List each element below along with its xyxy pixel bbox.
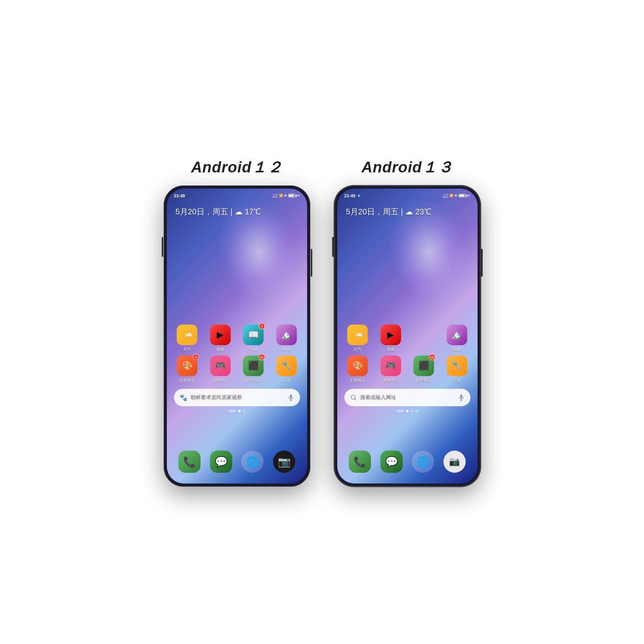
battery-icon-13 xyxy=(459,194,466,197)
android13-app-row-2: 🎨 主题商店 🎮 游戏中心 ⬛ xyxy=(341,355,474,383)
page-container: Android１２ 23:49 0.14KB/S 📶 ✖ 86 xyxy=(148,141,497,503)
games-label: 游戏中心 xyxy=(212,378,228,383)
android13-speed: 0.34KB/S xyxy=(443,193,448,198)
paw-icon: 🐾 xyxy=(180,394,187,401)
dot-active-13 xyxy=(406,410,409,412)
android12-status-icons: 0.14KB/S 📶 ✖ 86 xyxy=(272,193,300,198)
tools-icon-13: 🔧 xyxy=(447,355,467,376)
app-photos[interactable]: 🏔️ 相册 xyxy=(272,325,301,352)
android13-page-dots xyxy=(337,410,478,412)
app-photos-13[interactable]: 🏔️ 相册 xyxy=(443,325,471,352)
battery-pct: 86 xyxy=(296,194,300,197)
video-icon-13: ▶ xyxy=(380,325,401,345)
dock-browser[interactable]: 🌐 xyxy=(241,451,264,473)
android12-date-widget: 5月20日，周五 | ☁ 17℃ xyxy=(176,206,261,217)
svg-line-4 xyxy=(355,399,356,400)
photos-label-13: 相册 xyxy=(453,347,461,352)
app-weather[interactable]: 🌤️ 天气 xyxy=(173,325,201,352)
svg-rect-0 xyxy=(290,395,292,398)
svg-rect-5 xyxy=(460,395,462,398)
weather-icon: 🌤️ xyxy=(177,325,197,345)
android12-app-grid: 🌤️ 天气 ▶ 视频 📖 xyxy=(171,325,303,386)
theme-label-13: 主题商店 xyxy=(350,378,365,383)
wifi-icon-13: 📶 xyxy=(449,194,453,197)
app-empty xyxy=(409,325,438,352)
dot-lines-13 xyxy=(397,410,404,412)
theme-label: 主题商店 xyxy=(179,378,195,383)
dock-browser-13[interactable]: 🌐 xyxy=(412,451,434,473)
app-video-13[interactable]: ▶ 视频 xyxy=(376,325,405,352)
app-store[interactable]: ⬛ 31 软件商店 xyxy=(239,355,268,383)
battery-icon xyxy=(288,194,295,197)
battery-pct-13: 95 xyxy=(467,194,470,197)
android12-search-bar[interactable]: 🐾 朝鲜要求居民居家观察 xyxy=(174,389,300,406)
dot-inactive2-13 xyxy=(416,410,418,412)
app-games[interactable]: 🎮 游戏中心 xyxy=(206,355,235,383)
weather-icon-13: 🌤️ xyxy=(347,325,368,345)
android12-dock: 📞 💬 🌐 📷 xyxy=(174,446,300,478)
android12-screen: 23:49 0.14KB/S 📶 ✖ 86 5月20日，周五 | ☁ 17℃ xyxy=(167,189,307,483)
weather-label-13: 天气 xyxy=(354,347,361,352)
status-dot xyxy=(358,195,360,197)
android12-time: 23:49 xyxy=(174,193,185,198)
dock-camera-13[interactable]: 📷 xyxy=(443,451,466,473)
books-label: 书城 xyxy=(249,347,257,352)
app-weather-13[interactable]: 🌤️ 天气 xyxy=(343,325,372,352)
theme-badge: 4 xyxy=(193,354,199,360)
store-badge: 31 xyxy=(258,354,265,360)
android12-page-dots xyxy=(167,410,307,412)
search-icon-svg xyxy=(350,394,357,401)
android12-section: Android１２ 23:49 0.14KB/S 📶 ✖ 86 xyxy=(164,157,310,487)
android12-search-text: 朝鲜要求居民居家观察 xyxy=(191,394,284,401)
android13-status-icons: 0.34KB/S 📶 ✖ 95 xyxy=(443,193,470,198)
photos-label: 相册 xyxy=(283,347,290,352)
app-tools[interactable]: 🔧 工具 xyxy=(272,355,301,383)
weather-label: 天气 xyxy=(183,347,191,352)
android13-time: 23:49 xyxy=(344,193,355,198)
app-books[interactable]: 📖 1 书城 xyxy=(239,325,268,352)
blocked-icon-13: ✖ xyxy=(455,194,457,197)
photos-icon: 🏔️ xyxy=(276,325,297,345)
app-theme[interactable]: 🎨 4 主题商店 xyxy=(173,355,201,383)
app-store-13[interactable]: ⬛ 16 软件商店 xyxy=(409,355,438,383)
android13-screen: 23:49 0.34KB/S 📶 ✖ 95 5月20 xyxy=(337,189,478,483)
android12-app-row-1: 🌤️ 天气 ▶ 视频 📖 xyxy=(171,325,303,352)
android13-date-widget: 5月20日，周五 | ☁ 23℃ xyxy=(346,206,431,217)
dock-phone[interactable]: 📞 xyxy=(178,451,201,473)
android13-search-text: 搜索或输入网址 xyxy=(360,394,455,401)
app-tools-13[interactable]: 🔧 工具 xyxy=(443,355,471,383)
tools-label-13: 工具 xyxy=(453,378,461,383)
app-games-13[interactable]: 🎮 游戏中心 xyxy=(376,355,405,383)
android12-date: 5月20日，周五 | ☁ 17℃ xyxy=(176,206,261,217)
dot-inactive1-13 xyxy=(411,410,413,412)
android12-phone: 23:49 0.14KB/S 📶 ✖ 86 5月20日，周五 | ☁ 17℃ xyxy=(164,185,310,487)
android13-app-row-1: 🌤️ 天气 ▶ 视频 xyxy=(341,325,474,352)
games-icon-13: 🎮 xyxy=(380,355,401,376)
android13-search-bar[interactable]: 搜索或输入网址 xyxy=(344,389,470,406)
dot-lines xyxy=(229,410,236,412)
app-theme-13[interactable]: 🎨 主题商店 xyxy=(343,355,372,383)
android13-section: Android１３ 23:49 0.34KB/S 📶 ✖ xyxy=(334,157,481,487)
store-badge-13: 16 xyxy=(429,354,436,360)
app-video[interactable]: ▶ 视频 xyxy=(206,325,235,352)
android12-app-row-2: 🎨 4 主题商店 🎮 游戏中心 xyxy=(171,355,303,383)
dock-msg[interactable]: 💬 xyxy=(210,451,232,473)
games-icon: 🎮 xyxy=(210,355,231,376)
android13-status-bar: 23:49 0.34KB/S 📶 ✖ 95 xyxy=(337,189,478,201)
books-badge: 1 xyxy=(259,323,265,329)
dock-phone-13[interactable]: 📞 xyxy=(349,451,371,473)
dock-msg-13[interactable]: 💬 xyxy=(380,451,403,473)
dock-camera[interactable]: 📷 xyxy=(273,451,295,473)
games-label-13: 游戏中心 xyxy=(383,378,399,383)
video-label-13: 视频 xyxy=(387,347,395,352)
theme-icon-13: 🎨 xyxy=(347,355,368,376)
video-label: 视频 xyxy=(216,347,224,352)
dot-inactive xyxy=(243,410,245,412)
android12-title: Android１２ xyxy=(191,157,283,178)
tools-icon: 🔧 xyxy=(276,355,297,376)
android13-app-grid: 🌤️ 天气 ▶ 视频 xyxy=(341,325,474,386)
android13-phone: 23:49 0.34KB/S 📶 ✖ 95 5月20 xyxy=(334,185,481,487)
wifi-icon: 📶 xyxy=(279,194,283,197)
store-label-13: 软件商店 xyxy=(416,378,432,383)
dot-active xyxy=(238,410,241,412)
